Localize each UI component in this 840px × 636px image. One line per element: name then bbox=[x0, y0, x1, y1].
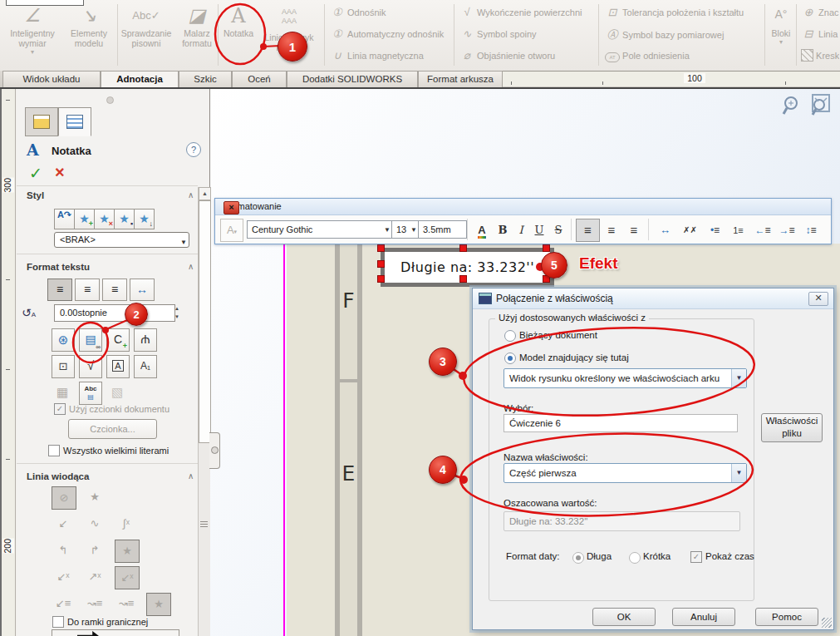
section-header-styl[interactable]: Styl bbox=[27, 190, 44, 200]
ribbon-button-notatka[interactable]: A Notatka bbox=[219, 3, 258, 68]
ribbon-button-inteligentny-wymiar[interactable]: Inteligentny wymiar ▾ bbox=[3, 3, 61, 68]
use-document-font-checkbox[interactable]: ✓ bbox=[54, 403, 66, 415]
radio-date-long-label[interactable]: Długa bbox=[587, 551, 612, 561]
help-icon[interactable]: ? bbox=[186, 142, 201, 157]
align-center-button[interactable]: ≡ bbox=[75, 279, 100, 301]
selection-handle[interactable] bbox=[459, 275, 467, 283]
tab-property-manager[interactable] bbox=[58, 107, 91, 136]
url-link-button[interactable] bbox=[52, 328, 75, 352]
lock-anchor-button[interactable]: Ψ bbox=[134, 328, 157, 352]
note-text-box[interactable]: Długie na: 33.232'' bbox=[381, 248, 554, 287]
justify-button[interactable]: ↔ bbox=[653, 219, 677, 242]
selection-handle[interactable] bbox=[543, 275, 550, 283]
leader-x-right-button[interactable]: ↗ˣ bbox=[83, 566, 106, 588]
section-header-linia-wiodaca[interactable]: Linia wiodąca bbox=[27, 471, 89, 481]
save-style-button[interactable]: ▪ bbox=[114, 209, 135, 229]
tab-dodatki-solidworks[interactable]: Dodatki SOLIDWORKS bbox=[287, 71, 418, 87]
to-bounding-box-checkbox[interactable] bbox=[52, 616, 64, 628]
collapse-chevron-icon[interactable]: ∧ bbox=[188, 262, 194, 271]
load-style-button[interactable]: ↓ bbox=[134, 209, 155, 229]
panel-collapse-handle[interactable] bbox=[209, 432, 220, 469]
add-symbol-button[interactable]: C+ bbox=[106, 328, 130, 352]
radio-current-document-label[interactable]: Bieżący dokument bbox=[519, 330, 597, 340]
straight-leader-button[interactable]: ↙ bbox=[52, 513, 75, 535]
ribbon-button-wykonczenie-powierzchni[interactable]: Wykończenie powierzchni bbox=[459, 6, 582, 24]
text-height-input[interactable]: 3.5mm bbox=[418, 220, 467, 239]
multi-leader-mid-button[interactable]: ↝≡ bbox=[83, 593, 106, 614]
ribbon-button-odnosnik[interactable]: Odnośnik bbox=[330, 6, 386, 24]
leader-x-nearest-button[interactable]: ↙ˣ bbox=[115, 566, 140, 589]
ribbon-button-pole-odniesienia[interactable]: AT Pole odniesienia bbox=[605, 49, 690, 67]
underline-button[interactable]: U bbox=[529, 219, 549, 242]
ribbon-button-bloki[interactable]: A° Bloki ▾ bbox=[768, 3, 794, 68]
tab-szkic[interactable]: Szkic bbox=[179, 71, 232, 87]
show-time-checkbox[interactable]: ✓ bbox=[690, 551, 702, 563]
angle-input[interactable]: 0.00stopnie bbox=[54, 304, 175, 322]
leader-right-button[interactable]: ↱ bbox=[83, 540, 106, 561]
font-button[interactable]: Czcionka... bbox=[68, 419, 157, 439]
justify-button[interactable]: ↔ bbox=[130, 279, 155, 301]
collapse-chevron-icon[interactable]: ∧ bbox=[188, 190, 194, 200]
dropdown-caret-icon[interactable]: ▾ bbox=[3, 48, 61, 56]
hand-placement-button[interactable] bbox=[106, 382, 128, 403]
ribbon-button-linia-srodkowa[interactable]: Linia bbox=[801, 27, 839, 46]
font-size-select[interactable]: 13 bbox=[391, 220, 420, 239]
angle-spinner[interactable]: ▲▼ bbox=[172, 304, 182, 321]
multi-leader-right-button[interactable]: ↝≡ bbox=[115, 593, 138, 614]
strikethrough-button[interactable]: S bbox=[548, 219, 568, 242]
cancel-button[interactable]: Anuluj bbox=[672, 608, 735, 626]
ribbon-button-objasnienie-otworu[interactable]: Objaśnienie otworu bbox=[459, 49, 555, 67]
collapse-chevron-icon[interactable]: ∧ bbox=[188, 471, 194, 481]
file-properties-button[interactable]: Właściwości pliku bbox=[761, 413, 823, 442]
insert-surface-finish-button[interactable] bbox=[79, 355, 102, 378]
ribbon-button-tolerancja[interactable]: Tolerancja położenia i kształtu bbox=[605, 6, 744, 24]
insert-table-button[interactable] bbox=[52, 382, 73, 403]
bold-button[interactable]: B bbox=[493, 219, 513, 242]
formatting-toolbar-titlebar[interactable]: Formatowanie × bbox=[215, 199, 831, 215]
close-icon[interactable]: × bbox=[224, 201, 239, 214]
no-wrap-button[interactable]: ✗✗ bbox=[678, 219, 702, 242]
tab-feature-manager[interactable] bbox=[25, 107, 58, 136]
model-source-select[interactable]: Widok rysunku określony we właściwościac… bbox=[504, 368, 747, 388]
insert-area-button[interactable]: A₁ bbox=[134, 355, 157, 378]
radio-date-short-label[interactable]: Krótka bbox=[643, 551, 671, 561]
arrow-style-select[interactable] bbox=[52, 629, 179, 636]
align-center-button[interactable]: ≡ bbox=[600, 219, 623, 242]
panel-grip[interactable] bbox=[106, 96, 114, 104]
ribbon-button-symbol-spoiny[interactable]: Symbol spoiny bbox=[459, 27, 537, 46]
scrollbar-thumb[interactable] bbox=[199, 200, 211, 443]
spline-leader-button[interactable]: ∫ˣ bbox=[115, 513, 138, 535]
selection-handle[interactable] bbox=[377, 260, 385, 268]
abc-link-button[interactable]: Abc▤ bbox=[79, 382, 102, 405]
dropdown-caret-icon[interactable]: ▾ bbox=[768, 38, 794, 46]
ribbon-button-linia-magnetyczna[interactable]: Linia magnetyczna bbox=[330, 49, 424, 67]
align-right-button[interactable]: ≡ bbox=[622, 219, 646, 242]
tab-ocen[interactable]: Oceń bbox=[232, 71, 287, 87]
selection-handle[interactable] bbox=[543, 244, 550, 252]
selection-handle[interactable] bbox=[459, 244, 467, 252]
radio-model-here[interactable] bbox=[504, 353, 516, 364]
selection-handle[interactable] bbox=[377, 275, 385, 283]
ribbon-button-sprawdzanie-pisowni[interactable]: Abc✓ Sprawdzanie pisowni bbox=[120, 3, 173, 68]
scroll-up-icon[interactable]: ▲ bbox=[199, 187, 211, 200]
zoom-to-area-icon[interactable] bbox=[781, 95, 801, 116]
ok-check-icon[interactable]: ✓ bbox=[29, 164, 42, 183]
radio-date-long[interactable] bbox=[572, 552, 584, 564]
radio-current-document[interactable] bbox=[504, 330, 516, 342]
style-flyout-button[interactable]: A▾ bbox=[220, 219, 243, 242]
ribbon-button-malarz-formatu[interactable]: Malarz formatu bbox=[174, 3, 219, 68]
insert-gtol-button[interactable] bbox=[52, 355, 75, 378]
bent-leader-button[interactable]: ∿ bbox=[83, 513, 106, 535]
help-button[interactable]: Pomoc bbox=[755, 608, 818, 626]
selection-field[interactable]: Ćwiczenie 6 bbox=[504, 414, 738, 432]
multi-leader-left-button[interactable]: ↙≡ bbox=[52, 593, 75, 614]
ribbon-button-symbol-bazy[interactable]: Symbol bazy pomiarowej bbox=[605, 27, 724, 46]
ok-button[interactable]: OK bbox=[592, 608, 656, 626]
resize-grip[interactable] bbox=[822, 618, 832, 628]
add-style-button[interactable]: + bbox=[74, 209, 95, 229]
ribbon-button-elementy-modelu[interactable]: Elementy modelu bbox=[63, 3, 115, 68]
dialog-titlebar[interactable]: Połączenie z właściwością ✕ bbox=[473, 288, 833, 309]
close-icon[interactable]: ✕ bbox=[808, 292, 828, 306]
cancel-x-icon[interactable]: × bbox=[55, 163, 65, 182]
ribbon-button-liniowy-szyk[interactable]: AAAAAA Liniowy szyk notatki bbox=[259, 3, 319, 68]
